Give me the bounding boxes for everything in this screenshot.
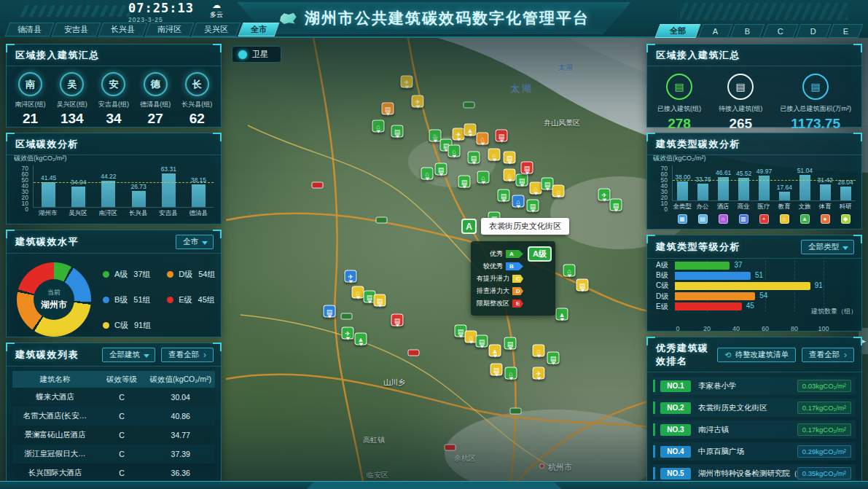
region-tab[interactable]: 德清县 bbox=[5, 23, 55, 36]
city-dropdown[interactable]: 全市 bbox=[176, 235, 214, 249]
map-tooltip[interactable]: A 衣裳街历史文化街区 bbox=[461, 218, 569, 235]
building-marker-icon[interactable]: ▲ bbox=[489, 345, 501, 357]
page-title: 湖州市公共建筑碳效码数字化管理平台 bbox=[305, 8, 590, 28]
building-marker-icon[interactable]: ✈ bbox=[345, 270, 357, 283]
view-all-button[interactable]: 查看全部› bbox=[802, 348, 854, 362]
building-marker-icon[interactable]: ▲ bbox=[464, 124, 477, 136]
building-marker-icon[interactable]: ⌂ bbox=[421, 168, 434, 180]
building-marker-icon[interactable]: ⌂ bbox=[512, 195, 525, 208]
building-marker-icon[interactable]: ▤ bbox=[382, 103, 394, 115]
region-stat: 安安吉县(组)34 bbox=[93, 72, 134, 127]
building-marker-icon[interactable]: ▤ bbox=[610, 199, 622, 211]
grade-tab[interactable]: E bbox=[828, 24, 863, 38]
grade-tab[interactable]: 全部 bbox=[655, 24, 701, 38]
building-marker-icon[interactable]: ▤ bbox=[458, 176, 471, 188]
region-stat-value: 62 bbox=[189, 111, 205, 127]
building-filter-dropdown[interactable]: 全部建筑 bbox=[102, 348, 155, 362]
y-tick: 0 bbox=[25, 206, 28, 212]
building-marker-icon[interactable]: ▤ bbox=[391, 125, 404, 138]
bar bbox=[677, 181, 688, 200]
building-marker-icon[interactable]: ⌂ bbox=[477, 171, 490, 184]
chevron-right-icon: › bbox=[203, 351, 206, 359]
title-banner: 湖州市公共建筑碳效码数字化管理平台 bbox=[238, 2, 631, 34]
satellite-toggle[interactable]: 卫星 bbox=[232, 46, 281, 63]
building-marker-icon[interactable]: ✈ bbox=[412, 95, 424, 108]
building-marker-icon[interactable]: ⌂ bbox=[563, 265, 576, 277]
building-marker-icon[interactable]: ⌂ bbox=[488, 149, 501, 161]
chart-plot: 41.4534.0444.2226.7363.3138.15 bbox=[33, 165, 214, 208]
bar bbox=[779, 192, 790, 200]
rank-badge: NO.3 bbox=[660, 424, 691, 436]
region-tab[interactable]: 南浔区 bbox=[145, 23, 195, 36]
building-marker-icon[interactable]: ▤ bbox=[468, 152, 480, 164]
region-tab[interactable]: 吴兴区 bbox=[192, 23, 241, 36]
building-marker-icon[interactable]: ✈ bbox=[598, 189, 611, 201]
ranking-row[interactable]: NO.3南浔古镇0.17kgCO₂/m² bbox=[653, 420, 856, 439]
building-marker-icon[interactable]: ⌂ bbox=[505, 367, 517, 380]
building-marker-icon[interactable]: ▤ bbox=[498, 189, 510, 202]
grade-tab[interactable]: D bbox=[795, 24, 831, 38]
type-filter-dropdown[interactable]: 全部类型 bbox=[801, 240, 854, 254]
building-marker-icon[interactable]: ▤ bbox=[521, 162, 533, 174]
legend-dot-icon bbox=[167, 297, 173, 303]
table-row[interactable]: 名雷大酒店(长安…C40.86 bbox=[12, 407, 215, 426]
table-row[interactable]: 浙江皇冠假日大…C37.39 bbox=[12, 445, 215, 463]
building-marker-icon[interactable]: ▤ bbox=[476, 335, 488, 348]
building-marker-icon[interactable]: ⌂ bbox=[372, 120, 385, 133]
building-marker-icon[interactable]: ⌂ bbox=[477, 133, 489, 145]
bar bbox=[840, 187, 851, 200]
rectify-list-button[interactable]: ⟲待整改建筑清单 bbox=[717, 348, 796, 362]
building-marker-icon[interactable]: ⌂ bbox=[504, 169, 516, 181]
building-marker-icon[interactable]: ▤ bbox=[527, 200, 539, 212]
region-badge-icon: 安 bbox=[101, 72, 125, 96]
ranking-row[interactable]: NO.4中原百脑广场0.29kgCO₂/m² bbox=[653, 442, 856, 461]
tab-label: C bbox=[778, 27, 783, 36]
legend-dot-icon bbox=[103, 297, 109, 303]
building-marker-icon[interactable]: ⌂ bbox=[352, 286, 364, 299]
building-marker-icon[interactable]: ▲ bbox=[355, 333, 367, 345]
building-marker-icon[interactable]: ⌂ bbox=[533, 345, 545, 357]
tab-label: 全市 bbox=[251, 24, 267, 35]
grade-tab[interactable]: B bbox=[730, 24, 765, 38]
building-marker-icon[interactable]: ⌂ bbox=[552, 185, 565, 197]
building-marker-icon[interactable]: ▤ bbox=[374, 294, 386, 307]
hbar-value: 45 bbox=[746, 302, 754, 310]
building-marker-icon[interactable]: ✈ bbox=[453, 128, 465, 141]
building-marker-icon[interactable]: ▤ bbox=[324, 305, 336, 318]
category-label: 安吉县 bbox=[153, 209, 183, 218]
ranking-row[interactable]: NO.5湖州市特种设备检测研究院（长兴）0.35kgCO₂/m² bbox=[653, 464, 856, 482]
building-marker-icon[interactable]: ▤ bbox=[504, 152, 516, 164]
building-marker-icon[interactable]: ✈ bbox=[342, 327, 354, 340]
building-marker-icon[interactable]: ▲ bbox=[556, 308, 568, 321]
building-marker-icon[interactable]: ▤ bbox=[547, 352, 560, 364]
building-marker-icon[interactable]: ▤ bbox=[576, 279, 589, 292]
grade-tab[interactable]: A bbox=[698, 24, 733, 38]
hbar-row: B级51 bbox=[656, 271, 824, 280]
building-marker-icon[interactable]: ⌂ bbox=[530, 182, 542, 195]
grade-tab[interactable]: C bbox=[762, 24, 798, 38]
x-tick: 0 bbox=[676, 325, 679, 332]
building-marker-icon[interactable]: ▤ bbox=[391, 314, 404, 326]
grade-label: B级 bbox=[114, 294, 128, 305]
region-tab[interactable]: 长兴县 bbox=[98, 23, 148, 36]
building-marker-icon[interactable]: ▤ bbox=[435, 163, 447, 176]
view-all-button[interactable]: 查看全部› bbox=[161, 348, 214, 362]
building-marker-icon[interactable]: ▤ bbox=[504, 337, 517, 350]
cell: 36.36 bbox=[146, 469, 215, 477]
building-marker-icon[interactable]: ✈ bbox=[401, 76, 413, 88]
ranking-row[interactable]: NO.2衣裳街历史文化街区0.17kgCO₂/m² bbox=[653, 399, 856, 417]
bar-column: 31.42 bbox=[815, 165, 835, 200]
bar-column: 44.22 bbox=[93, 165, 123, 207]
table-row[interactable]: 长兴国际大酒店C36.36 bbox=[12, 463, 215, 482]
table-row[interactable]: 景澜富砳山居酒店C34.77 bbox=[12, 426, 215, 445]
ranking-row[interactable]: NO.1李家巷小学0.03kgCO₂/m² bbox=[653, 377, 856, 395]
footer-bar bbox=[0, 481, 868, 489]
region-tab[interactable]: 安吉县 bbox=[52, 23, 101, 36]
table-row[interactable]: 蝶来大酒店C30.04 bbox=[12, 388, 215, 407]
region-tab[interactable]: 全市 bbox=[238, 23, 280, 36]
building-marker-icon[interactable]: ▤ bbox=[496, 130, 508, 142]
building-marker-icon[interactable]: ✈ bbox=[533, 367, 545, 380]
building-marker-icon[interactable]: ▤ bbox=[490, 364, 503, 376]
building-marker-icon[interactable]: ⌂ bbox=[448, 145, 461, 157]
x-tick: 60 bbox=[762, 325, 769, 332]
